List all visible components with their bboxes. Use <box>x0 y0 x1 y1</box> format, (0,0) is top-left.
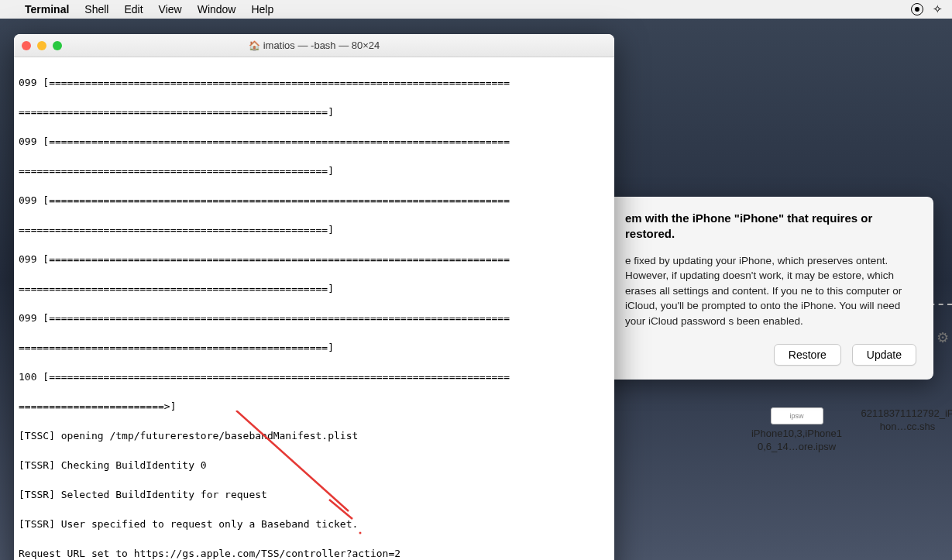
menu-shell[interactable]: Shell <box>84 3 108 15</box>
menu-window[interactable]: Window <box>198 3 236 15</box>
menu-edit[interactable]: Edit <box>124 3 143 15</box>
screen-record-icon[interactable] <box>911 3 923 15</box>
terminal-line: 099 [===================================… <box>19 252 610 266</box>
terminal-line: 099 [===================================… <box>19 75 610 90</box>
app-menu[interactable]: Terminal <box>25 3 69 15</box>
file-item[interactable]: 62118371112792_iPhon…cc.shs <box>859 407 952 454</box>
gear-icon[interactable]: ⚙ <box>937 329 949 346</box>
file-thumbnail: ipsw <box>771 407 823 424</box>
terminal-line: ========================================… <box>19 281 610 296</box>
update-button[interactable]: Update <box>852 344 916 366</box>
menubar: Terminal Shell Edit View Window Help ✧ <box>0 0 952 19</box>
terminal-line: ========================================… <box>19 222 610 237</box>
terminal-line: 100 [===================================… <box>19 369 610 384</box>
terminal-titlebar[interactable]: 🏠 imatios — -bash — 80×24 <box>14 34 614 57</box>
terminal-line: 099 [===================================… <box>19 311 610 325</box>
restore-button[interactable]: Restore <box>774 344 841 366</box>
menu-view[interactable]: View <box>159 3 182 15</box>
terminal-line: Request URL set to https://gs.apple.com/… <box>19 546 610 560</box>
terminal-line: ========================================… <box>19 340 610 355</box>
svg-line-7 <box>329 500 352 519</box>
finder-file-grid: ipsw iPhone10,3,iPhone10,6_14…ore.ipsw 6… <box>748 407 952 454</box>
terminal-line: ========================================… <box>19 105 610 119</box>
annotation-mark <box>321 496 368 542</box>
file-name-label: 62118371112792_iPhon…cc.shs <box>859 407 952 434</box>
file-item[interactable]: ipsw iPhone10,3,iPhone10,6_14…ore.ipsw <box>748 407 845 454</box>
terminal-line: 099 [===================================… <box>19 193 610 208</box>
home-icon: 🏠 <box>249 40 260 51</box>
menu-help[interactable]: Help <box>251 3 273 15</box>
file-name-label: iPhone10,3,iPhone10,6_14…ore.ipsw <box>748 428 845 454</box>
terminal-title: 🏠 imatios — -bash — 80×24 <box>14 40 614 51</box>
svg-point-8 <box>359 532 362 534</box>
bluetooth-icon[interactable]: ✧ <box>933 2 943 16</box>
terminal-line: ========================================… <box>19 163 610 178</box>
terminal-line: 099 [===================================… <box>19 134 610 149</box>
